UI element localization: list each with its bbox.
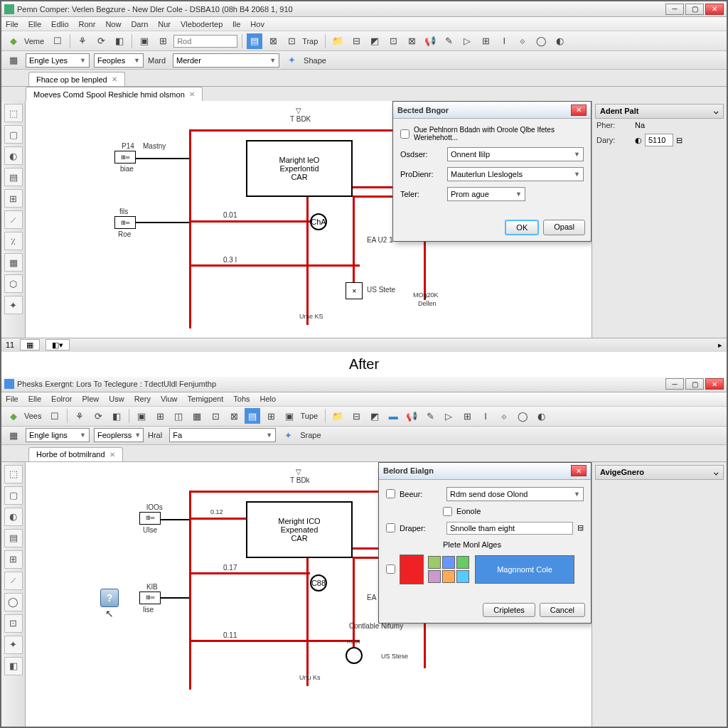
feoplers-combo[interactable]: Feoplerss▼ — [94, 428, 144, 442]
check-option[interactable] — [400, 129, 410, 139]
rod-input[interactable] — [173, 35, 237, 48]
tool-icon[interactable]: ⊞ — [263, 408, 279, 424]
canvas[interactable]: ▽ T BDK Maright leO Experlontid CAR P14 … — [26, 101, 592, 338]
color-swatch[interactable] — [442, 556, 455, 569]
tool-icon[interactable]: ✎ — [422, 408, 438, 424]
tool-icon[interactable]: ⊠ — [265, 33, 281, 49]
color-swatch[interactable] — [456, 570, 469, 583]
tool-icon[interactable]: ⊠ — [226, 408, 242, 424]
color-swatch[interactable] — [428, 570, 441, 583]
dialog-titlebar[interactable]: Bected Bngor ✕ — [393, 102, 591, 119]
tool-icon[interactable]: I — [496, 33, 512, 49]
spinner-icon[interactable]: ⊟ — [676, 136, 682, 145]
color-swatch[interactable] — [456, 556, 469, 569]
rail-tool[interactable]: ▤ — [4, 529, 23, 547]
draper-input[interactable] — [446, 522, 573, 535]
rail-tool[interactable]: ▢ — [4, 486, 23, 505]
collapse-icon[interactable]: ⌵ — [714, 107, 719, 116]
menu-helo[interactable]: Helo — [260, 395, 277, 403]
tool-icon[interactable]: ◐ — [533, 408, 549, 424]
blue-icon[interactable]: ▤ — [247, 33, 262, 49]
menu-rery[interactable]: Rery — [134, 395, 151, 403]
doc-tab-1[interactable]: Fhace op be lenpled✕ — [28, 72, 125, 86]
menu-usw[interactable]: Usw — [109, 395, 124, 403]
doc-tab-1[interactable]: Horbe of botmilrand✕ — [28, 447, 123, 461]
tool-icon[interactable]: ⊞ — [459, 408, 475, 424]
spinner-icon[interactable]: ⊟ — [577, 523, 584, 532]
tool-icon[interactable]: ⟐ — [515, 33, 530, 49]
rail-tool[interactable]: ⊞ — [4, 189, 23, 208]
tool-icon[interactable]: ▣ — [134, 408, 149, 424]
tool-icon[interactable]: ⚘ — [75, 33, 90, 49]
rail-tool[interactable]: ⟋ — [4, 210, 23, 229]
tab-close-icon[interactable]: ✕ — [109, 451, 115, 459]
save-icon[interactable]: ☐ — [50, 33, 65, 49]
menu-hov[interactable]: Hov — [250, 20, 264, 28]
tool-icon[interactable]: I — [478, 408, 493, 424]
draper-check[interactable] — [386, 523, 395, 532]
close-button[interactable]: ✕ — [705, 378, 724, 390]
engle-combo[interactable]: Engle ligns▼ — [26, 428, 90, 442]
tool-icon[interactable]: ⊠ — [404, 33, 419, 49]
menu-viuw[interactable]: Viuw — [161, 395, 178, 403]
menu-plew[interactable]: Plew — [82, 395, 99, 403]
speaker-icon[interactable]: 📢 — [422, 33, 438, 49]
tool-icon[interactable]: ▷ — [459, 33, 475, 49]
tool-icon[interactable]: ⟳ — [93, 33, 109, 49]
tool-icon[interactable]: ⊞ — [478, 33, 493, 49]
rail-tool[interactable]: ⟋ — [4, 572, 23, 590]
tool-icon[interactable]: ✎ — [441, 33, 456, 49]
prodenr-combo[interactable]: Mauterlun Lleslogels▼ — [447, 167, 584, 181]
rail-tool[interactable]: ▦ — [4, 253, 23, 272]
rail-tool[interactable]: ⊞ — [4, 550, 23, 569]
tool-icon[interactable]: ▷ — [441, 408, 456, 424]
folder-icon[interactable]: 📁 — [330, 408, 346, 424]
menu-vleb[interactable]: Vlebodertep — [181, 20, 223, 28]
feoples-combo[interactable]: Feoples▼ — [94, 53, 144, 68]
opasl-button[interactable]: Opasl — [543, 220, 585, 235]
shape-icon[interactable]: ✦ — [284, 53, 299, 68]
menu-file[interactable]: File — [6, 395, 18, 403]
cancel-button[interactable]: Cancel — [540, 603, 585, 617]
minimize-button[interactable]: ─ — [665, 378, 684, 390]
blue-icon[interactable]: ▬ — [385, 408, 401, 424]
tool-icon[interactable]: ◯ — [533, 33, 549, 49]
shape-icon[interactable]: ✦ — [280, 427, 296, 443]
tool-icon[interactable]: ◧ — [109, 408, 124, 424]
menu-temig[interactable]: Temigpent — [188, 395, 224, 403]
tool-icon[interactable]: ⊟ — [348, 33, 364, 49]
rail-tool[interactable]: ⬡ — [4, 274, 23, 293]
rail-tool[interactable]: ٪ — [4, 232, 23, 250]
osdser-combo[interactable]: Onnent llilp▼ — [447, 147, 584, 161]
fa-combo[interactable]: Fa▼ — [169, 428, 276, 442]
rail-tool[interactable]: ◧ — [4, 657, 23, 675]
beeur-combo[interactable]: Rdm send dose Olond▼ — [446, 487, 584, 501]
teler-combo[interactable]: Prom ague▼ — [447, 187, 525, 201]
save-icon[interactable]: ☐ — [47, 408, 63, 424]
folder-icon[interactable]: 📁 — [330, 33, 346, 49]
menu-eolror[interactable]: Eolror — [51, 395, 72, 403]
rail-tool[interactable]: ◐ — [4, 508, 23, 526]
menu-nur[interactable]: Nur — [158, 20, 171, 28]
rail-tool[interactable]: ◐ — [4, 146, 23, 165]
tool-icon[interactable]: ◩ — [367, 408, 382, 424]
dialog-close-button[interactable]: ✕ — [571, 465, 587, 476]
tool-icon[interactable]: ⊡ — [284, 33, 299, 49]
scroll-right-icon[interactable]: ▸ — [718, 341, 722, 350]
speaker-icon[interactable]: 📢 — [404, 408, 419, 424]
tool-icon[interactable]: ◧ — [112, 33, 127, 49]
menu-now[interactable]: Now — [105, 20, 121, 28]
new-icon[interactable]: ◆ — [6, 408, 21, 424]
menu-tohs[interactable]: Tohs — [233, 395, 250, 403]
color-swatch[interactable] — [428, 556, 441, 569]
status-tab[interactable]: ◧▾ — [46, 339, 70, 350]
menu-darn[interactable]: Darn — [131, 20, 148, 28]
menu-elle[interactable]: Elle — [28, 20, 41, 28]
tool-icon[interactable]: ⊞ — [152, 408, 168, 424]
rail-tool[interactable]: ⬚ — [4, 104, 23, 122]
menu-edlio[interactable]: Edlio — [51, 20, 68, 28]
merder-combo[interactable]: Merder▼ — [173, 53, 279, 68]
eonole-check[interactable] — [443, 507, 452, 516]
maximize-button[interactable]: ▢ — [685, 4, 704, 15]
color-check[interactable] — [386, 564, 395, 574]
